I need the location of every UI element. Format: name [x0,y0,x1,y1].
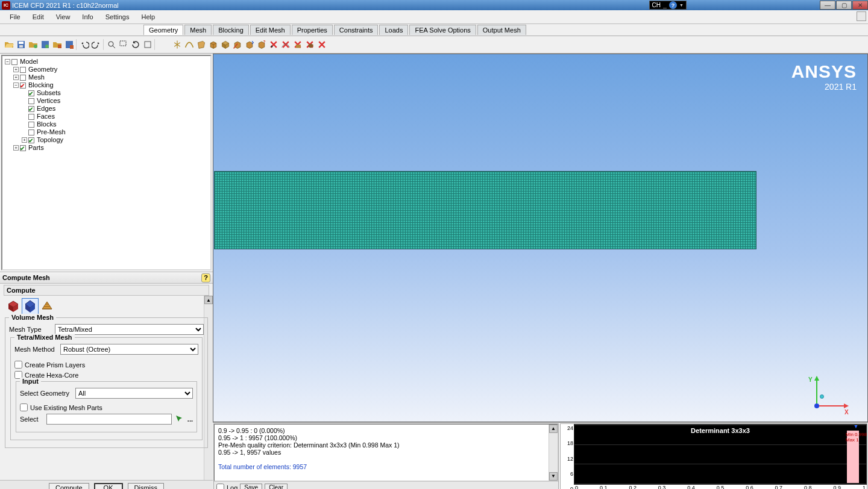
tab-properties[interactable]: Properties [292,25,333,35]
tree-expand-icon[interactable]: − [13,83,19,88]
curve-icon[interactable] [184,39,195,50]
redo-icon[interactable] [91,39,102,50]
fit-icon[interactable] [106,39,117,50]
dismiss-button[interactable]: Dismiss [128,483,165,490]
body-icon[interactable] [208,39,219,50]
tree-item-edges[interactable]: Edges [36,105,55,113]
tree-checkbox[interactable] [11,59,17,65]
tree-checkbox[interactable] [28,137,34,143]
tree-item-topology[interactable]: Topology [36,136,63,144]
transform-icon[interactable] [244,39,255,50]
tree-expand-icon[interactable]: + [13,67,19,72]
panel-help-icon[interactable]: ? [201,273,210,282]
maximize-button[interactable]: ▢ [836,1,852,10]
refresh-icon[interactable] [130,39,141,50]
surface-mesh-icon[interactable] [5,298,22,315]
tree-item-mesh[interactable]: Mesh [27,73,45,81]
save-icon[interactable] [16,39,27,50]
delete-point-icon[interactable] [268,39,279,50]
restore-dormant-icon[interactable]: ? [256,39,267,50]
log-scrollbar[interactable]: ▲▼ [549,425,558,481]
tree-checkbox[interactable] [28,122,34,128]
point-icon[interactable] [172,39,183,50]
log-checkbox[interactable] [216,484,224,489]
wireframe-icon[interactable] [142,39,153,50]
tree-checkbox[interactable] [28,114,34,120]
faceted-icon[interactable] [220,39,231,50]
language-widget[interactable]: CH ⎯ ? ▼ [649,1,687,10]
tab-fea-solve[interactable]: FEA Solve Options [409,25,476,35]
tree-expand-icon[interactable]: − [5,59,10,64]
delete-curve-icon[interactable] [280,39,291,50]
message-log-text[interactable]: 0.9 -> 0.95 : 0 (0.000%) 0.95 -> 1 : 995… [214,424,558,481]
pick-icon[interactable] [174,414,185,425]
compute-button[interactable]: Compute [49,483,89,490]
tab-output-mesh[interactable]: Output Mesh [477,25,526,35]
menu-help[interactable]: Help [135,12,161,22]
tree-checkbox[interactable] [28,106,34,112]
tree-checkbox[interactable] [28,129,34,135]
save-geometry-icon[interactable] [40,39,51,50]
prism-mesh-icon[interactable] [39,298,55,315]
mdi-restore-button[interactable] [857,11,866,21]
log-clear-button[interactable]: Clear [265,484,288,489]
tree-checkbox[interactable] [20,145,26,151]
tree-item-geometry[interactable]: Geometry [27,66,57,73]
tree-checkbox[interactable] [20,67,26,73]
open-icon[interactable] [4,39,14,50]
tree-checkbox[interactable] [20,75,26,81]
menu-view[interactable]: View [50,12,77,22]
tree-item-blocking[interactable]: Blocking [27,81,54,89]
surface-icon[interactable] [196,39,207,50]
dropdown-arrow-icon[interactable]: ▼ [679,3,684,7]
delete-surface-icon[interactable] [292,39,303,50]
tab-blocking[interactable]: Blocking [213,25,249,35]
mesh-type-select[interactable]: Tetra/Mixed [55,324,204,335]
open-project-icon[interactable] [52,39,63,50]
model-tree[interactable]: −Model +Geometry +Mesh −Blocking Subsets… [1,55,212,270]
tree-checkbox[interactable] [20,83,26,89]
tree-expand-icon[interactable]: + [13,145,19,151]
tree-expand-icon[interactable]: + [13,75,19,80]
undo-icon[interactable] [79,39,90,50]
use-existing-checkbox[interactable] [20,403,28,411]
mesh-method-select[interactable]: Robust (Octree) [60,344,198,355]
repair-icon[interactable] [232,39,243,50]
volume-mesh-icon[interactable] [22,298,39,315]
zoom-box-icon[interactable] [118,39,129,50]
tree-item-vertices[interactable]: Vertices [36,97,60,105]
viewport[interactable]: ANSYS 2021 R1 Y X [213,54,867,422]
tree-expand-icon[interactable]: + [22,137,27,143]
tree-checkbox[interactable] [28,90,34,96]
tab-loads[interactable]: Loads [379,25,408,35]
tab-mesh[interactable]: Mesh [184,25,212,35]
tree-item-subsets[interactable]: Subsets [36,89,61,97]
save-project-icon[interactable] [64,39,75,50]
tab-constraints[interactable]: Constraints [334,25,379,35]
delete-any-icon[interactable] [316,39,327,50]
menu-settings[interactable]: Settings [99,12,136,22]
minimize-button[interactable]: — [820,1,835,10]
tree-item-premesh[interactable]: Pre-Mesh [36,128,66,136]
open-geometry-icon[interactable] [28,39,39,50]
select-parts-input[interactable] [46,414,172,425]
ok-button[interactable]: OK [94,483,123,490]
tab-edit-mesh[interactable]: Edit Mesh [250,25,291,35]
menu-file[interactable]: File [4,12,27,22]
menu-edit[interactable]: Edit [27,12,50,22]
histogram-plot[interactable]: Determinant 3x3x3 ▼ Min 0.998Max 1 0 0.1… [574,424,867,489]
log-save-button[interactable]: Save [240,484,262,489]
delete-body-icon[interactable] [304,39,315,50]
menu-info[interactable]: Info [76,12,99,22]
create-prism-checkbox[interactable] [14,361,22,369]
tree-checkbox[interactable] [28,98,34,104]
help-icon[interactable]: ? [669,1,677,9]
tree-item-parts[interactable]: Parts [27,144,44,152]
tree-item-faces[interactable]: Faces [36,113,55,120]
tree-root-label[interactable]: Model [19,58,38,66]
tree-item-blocks[interactable]: Blocks [36,120,56,128]
more-icon[interactable]: ... [187,416,193,423]
select-geometry-select[interactable]: All [75,388,193,399]
tab-geometry[interactable]: Geometry [143,25,183,35]
close-button[interactable]: ✕ [852,1,868,10]
